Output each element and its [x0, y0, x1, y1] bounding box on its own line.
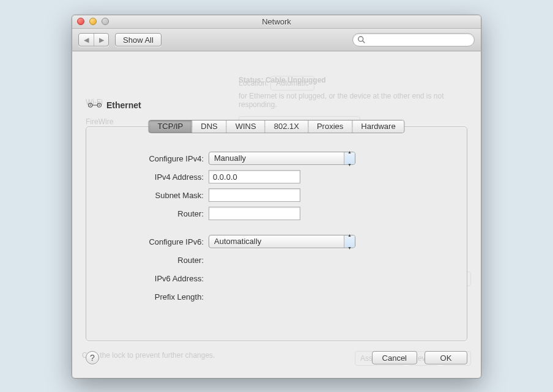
svg-point-5	[90, 105, 91, 106]
content-area: Location: Automatic Wi-Fi FireWire Bluet…	[72, 51, 481, 378]
router-label: Router:	[86, 209, 209, 218]
interface-name: Ethernet	[106, 100, 141, 110]
bg-location-label: Location:	[239, 79, 269, 87]
search-icon	[357, 35, 366, 44]
bg-sidebar-item: Wi-Fi	[86, 98, 471, 106]
configure-ipv6-value: Automatically	[214, 237, 261, 246]
router-field[interactable]	[209, 207, 300, 220]
tab-segment: TCP/IP DNS WINS 802.1X Proxies Hardware	[148, 120, 404, 133]
configure-ipv4-value: Manually	[214, 153, 246, 163]
back-button[interactable]: ◀	[79, 34, 94, 46]
help-button[interactable]: ?	[86, 351, 99, 364]
ok-button[interactable]: OK	[425, 351, 467, 364]
tab-proxies[interactable]: Proxies	[308, 120, 352, 133]
popup-arrows-icon: ▲▼	[344, 235, 355, 248]
ipv4-address-field[interactable]	[209, 170, 300, 183]
configure-ipv4-popup[interactable]: Manually ▲▼	[209, 152, 355, 165]
tab-tcpip[interactable]: TCP/IP	[149, 120, 191, 133]
ethernet-icon	[88, 99, 102, 111]
bg-location-value: Automatic	[270, 76, 314, 91]
tcpip-form: Configure IPv4: Manually ▲▼ IPv4 Address…	[86, 149, 467, 306]
tab-hardware[interactable]: Hardware	[352, 120, 404, 133]
bg-status-detail: for Ethernet is not plugged, or the devi…	[239, 92, 471, 109]
subnet-mask-field[interactable]	[209, 188, 300, 202]
svg-point-6	[98, 105, 100, 106]
prefix-length-label: Prefix Length:	[86, 292, 209, 301]
minimize-window-button[interactable]	[89, 18, 97, 25]
search-input[interactable]	[352, 33, 475, 46]
bottom-button-row: Cancel OK	[372, 351, 467, 364]
show-all-button[interactable]: Show All	[115, 33, 161, 46]
configure-ipv6-label: Configure IPv6:	[86, 237, 209, 246]
popup-arrows-icon: ▲▼	[344, 152, 355, 165]
zoom-window-button[interactable]	[102, 18, 109, 25]
cancel-button[interactable]: Cancel	[372, 351, 417, 364]
configure-ipv4-label: Configure IPv4:	[86, 154, 209, 163]
network-preferences-window: Network ◀ ▶ Show All Location: Automatic…	[72, 15, 481, 379]
search-field[interactable]	[352, 33, 475, 46]
tcpip-groupbox: Configure IPv4: Manually ▲▼ IPv4 Address…	[86, 127, 467, 341]
configure-ipv6-popup[interactable]: Automatically ▲▼	[209, 235, 355, 248]
svg-point-0	[358, 37, 363, 42]
router6-label: Router:	[86, 256, 209, 265]
tab-8021x[interactable]: 802.1X	[265, 120, 308, 133]
subnet-mask-label: Subnet Mask:	[86, 191, 209, 200]
toolbar: ◀ ▶ Show All	[72, 29, 481, 51]
svg-line-1	[363, 41, 365, 43]
tab-dns[interactable]: DNS	[191, 120, 226, 133]
traffic-lights	[77, 18, 109, 25]
close-window-button[interactable]	[77, 18, 84, 25]
bg-status-label: Status:	[239, 76, 264, 84]
window-title: Network	[262, 17, 291, 26]
tab-wins[interactable]: WINS	[226, 120, 265, 133]
nav-segment: ◀ ▶	[78, 33, 109, 46]
titlebar: Network	[72, 15, 481, 29]
forward-button[interactable]: ▶	[94, 34, 108, 46]
bg-lock-text: Click the lock to prevent further change…	[82, 351, 215, 360]
sheet-header: Ethernet	[88, 99, 141, 111]
bg-status-value: Cable Unplugged	[265, 76, 326, 84]
ipv6-address-label: IPv6 Address:	[86, 274, 209, 283]
ipv4-address-label: IPv4 Address:	[86, 172, 209, 182]
